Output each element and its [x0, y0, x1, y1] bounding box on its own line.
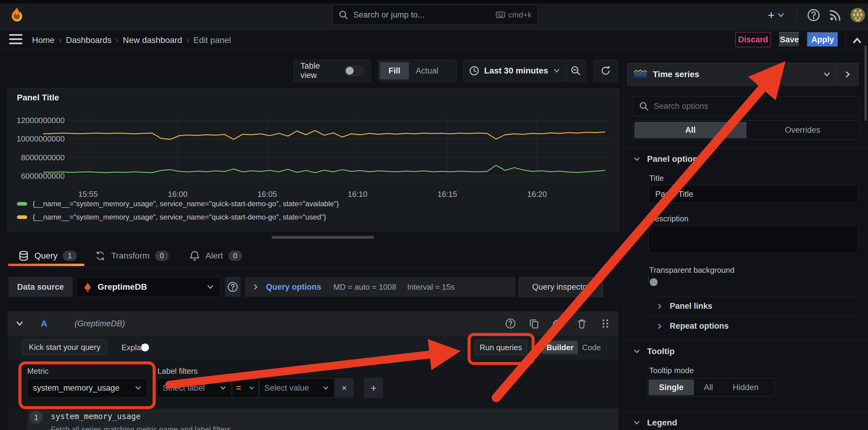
pane-splitter[interactable] [624, 30, 624, 430]
tooltip-all-option[interactable]: All [694, 379, 723, 395]
help-icon[interactable] [807, 8, 820, 22]
chevron-down-icon [777, 11, 785, 19]
bell-icon [189, 250, 200, 261]
legend-label-available[interactable]: {__name__="system_memory_usage", service… [33, 200, 339, 208]
active-tab-underline [8, 264, 84, 266]
query-inspector-button[interactable]: Query inspector [519, 277, 603, 297]
builder-option[interactable]: Builder [542, 341, 578, 354]
title-field-label: Title [649, 174, 664, 183]
legend-item-used[interactable]: {__name__="system_memory_usage", service… [17, 212, 326, 222]
section-divider [624, 412, 868, 413]
svg-text:6000000000: 6000000000 [21, 171, 65, 180]
hamburger-menu-icon[interactable] [9, 34, 22, 44]
max-data-points-value: MD = auto = 1008 [333, 282, 396, 292]
actions-divider [846, 33, 846, 47]
timeseries-panel: Panel Title 1200000000010000000000800000… [7, 88, 619, 231]
query-options-bar[interactable]: Query options MD = auto = 1008 Interval … [245, 277, 515, 297]
database-icon [18, 250, 29, 261]
apply-button[interactable]: Apply [807, 32, 838, 47]
chevron-down-icon [249, 385, 255, 391]
tab-alert[interactable]: Alert 0 [189, 250, 242, 261]
query-row-header[interactable]: A (GreptimeDB) [7, 312, 619, 336]
legend-item-available[interactable]: {__name__="system_memory_usage", service… [17, 199, 339, 209]
panel-title-input[interactable] [655, 189, 852, 199]
tooltip-single-option[interactable]: Single [649, 379, 694, 395]
collapse-row-chevron-icon[interactable] [16, 319, 24, 328]
collapse-pane-chevron-up-icon[interactable] [852, 35, 863, 46]
delete-query-trash-icon[interactable] [576, 318, 587, 329]
svg-text:15:55: 15:55 [78, 190, 98, 199]
metric-select[interactable]: system_memory_usage [27, 378, 148, 398]
run-queries-button[interactable]: Run queries [474, 340, 527, 355]
legend-section-header[interactable]: Legend [633, 418, 677, 428]
user-avatar[interactable] [850, 8, 865, 22]
panel-title[interactable]: Panel Title [17, 93, 59, 103]
breadcrumb-home[interactable]: Home [32, 35, 55, 45]
time-range-label: Last 30 minutes [484, 66, 548, 76]
news-rss-icon[interactable] [829, 8, 842, 22]
chevron-down-icon [633, 155, 641, 163]
chevron-down-icon [633, 348, 641, 355]
visualization-select[interactable]: Time series [627, 63, 837, 86]
grafana-logo[interactable] [8, 7, 25, 24]
panel-options-section-header[interactable]: Panel options [633, 154, 703, 164]
table-view-toggle[interactable] [344, 66, 364, 76]
tab-transform[interactable]: Transform 0 [95, 250, 168, 261]
breadcrumb-dashboards[interactable]: Dashboards [66, 35, 112, 45]
code-option[interactable]: Code [579, 341, 604, 354]
fill-option[interactable]: Fill [380, 62, 409, 80]
search-options-box[interactable] [633, 96, 860, 116]
query-expression-text[interactable]: system_memory_usage [51, 412, 141, 421]
description-textarea[interactable] [648, 225, 858, 253]
datasource-picker[interactable]: GreptimeDB [76, 277, 221, 297]
toggle-visibility-eye-icon[interactable] [552, 318, 564, 329]
field-divider [648, 316, 858, 317]
query-help-icon[interactable] [505, 318, 516, 329]
global-search[interactable]: cmd+k [333, 5, 538, 25]
save-button[interactable]: Save [779, 32, 800, 47]
add-filter-button[interactable]: + [365, 378, 383, 398]
duplicate-query-icon[interactable] [529, 318, 539, 329]
transparent-background-toggle[interactable] [648, 277, 649, 282]
plus-icon: + [768, 9, 775, 21]
timeseries-chart[interactable]: 1200000000010000000000800000000060000000… [8, 112, 615, 200]
section-divider [624, 148, 868, 148]
tabs-bottom-border [7, 267, 618, 268]
repeat-options-section[interactable]: Repeat options [656, 321, 729, 331]
alert-count-badge: 0 [228, 251, 242, 261]
svg-text:16:05: 16:05 [257, 190, 277, 199]
time-range-picker[interactable]: Last 30 minutes [464, 60, 566, 81]
select-value-dropdown[interactable]: Select value [259, 378, 334, 398]
datasource-help-button[interactable] [225, 277, 241, 297]
search-options-input[interactable] [653, 101, 854, 111]
tab-all[interactable]: All [634, 122, 746, 138]
search-input[interactable] [353, 10, 491, 20]
tab-overrides[interactable]: Overrides [746, 122, 859, 138]
metric-value: system_memory_usage [33, 383, 120, 393]
operator-dropdown[interactable]: = [232, 378, 259, 398]
add-menu[interactable]: + [768, 7, 785, 23]
panel-title-field[interactable] [648, 185, 858, 203]
query-ref-id[interactable]: A [41, 318, 48, 329]
actual-option[interactable]: Actual [410, 62, 444, 80]
discard-button[interactable]: Discard [735, 32, 771, 47]
tab-query[interactable]: Query 1 [18, 250, 77, 261]
refresh-button[interactable] [593, 60, 618, 82]
panel-resize-scrollbar[interactable] [271, 236, 374, 239]
tooltip-section-header[interactable]: Tooltip [633, 347, 675, 356]
chevron-down-icon [134, 384, 142, 392]
query-options-link[interactable]: Query options [266, 282, 321, 292]
panel-links-section[interactable]: Panel links [656, 302, 712, 311]
drag-handle-grip-icon[interactable] [600, 318, 611, 329]
zoom-out-icon[interactable] [566, 60, 585, 81]
chevron-right-icon [656, 323, 663, 329]
remove-filter-button[interactable]: × [335, 378, 353, 398]
svg-text:10000000000: 10000000000 [17, 134, 65, 143]
sidebar-scrollbar[interactable] [864, 45, 867, 121]
select-label-dropdown[interactable]: Select label [157, 378, 231, 398]
kick-start-query-button[interactable]: Kick start your query [22, 339, 107, 355]
collapse-options-chevron-right-icon[interactable] [837, 63, 858, 86]
legend-label-used[interactable]: {__name__="system_memory_usage", service… [33, 213, 326, 221]
breadcrumb-new-dashboard[interactable]: New dashboard [123, 35, 182, 45]
tooltip-hidden-option[interactable]: Hidden [723, 379, 768, 395]
